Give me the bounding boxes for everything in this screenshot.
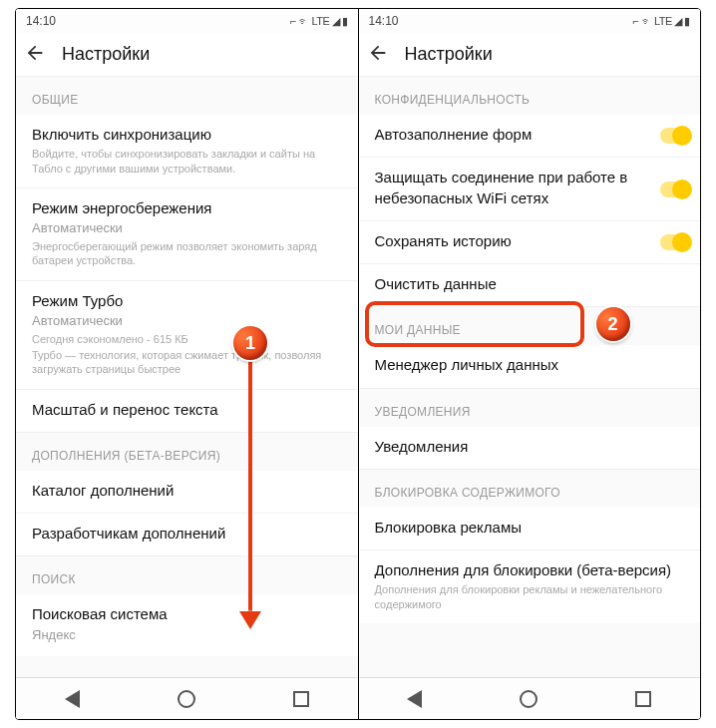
android-navbar bbox=[359, 677, 701, 719]
item-title: Блокировка рекламы bbox=[375, 518, 685, 538]
nav-home-icon[interactable] bbox=[178, 690, 195, 708]
toggle-switch[interactable] bbox=[660, 128, 690, 144]
item-title: Режим Турбо bbox=[32, 291, 342, 311]
section-general: ОБЩИЕ bbox=[16, 77, 358, 115]
annotation-arrow-head-icon bbox=[239, 611, 261, 629]
item-title: Разработчикам дополнений bbox=[32, 524, 342, 544]
section-search: ПОИСК bbox=[16, 555, 358, 594]
item-adblock[interactable]: Блокировка рекламы bbox=[359, 508, 701, 550]
item-sub: Яндекс bbox=[32, 627, 342, 644]
item-desc: Сегодня сэкономлено - 615 КБ bbox=[32, 332, 342, 346]
item-desc: Энергосберегающий режим позволяет эконом… bbox=[32, 239, 342, 268]
item-data-manager[interactable]: Менеджер личных данных bbox=[359, 345, 701, 387]
page-title: Настройки bbox=[62, 44, 150, 65]
nav-back-icon[interactable] bbox=[65, 690, 80, 708]
section-addons: ДОПОЛНЕНИЯ (БЕТА-ВЕРСИЯ) bbox=[16, 432, 358, 471]
settings-list-left[interactable]: ОБЩИЕ Включить синхронизацию Войдите, чт… bbox=[16, 77, 358, 677]
item-turbo[interactable]: Режим Турбо Автоматически Сегодня сэконо… bbox=[16, 281, 358, 390]
nav-home-icon[interactable] bbox=[520, 690, 537, 708]
item-sub: Автоматически bbox=[32, 220, 342, 237]
status-bar: 14:10 ⌐ ᯤ LTE ◢ ▮ bbox=[16, 9, 358, 33]
item-addon-catalog[interactable]: Каталог дополнений bbox=[16, 471, 358, 514]
status-icons: ⌐ ᯤ LTE ◢ ▮ bbox=[290, 15, 348, 28]
item-title: Дополнения для блокировки (бета-версия) bbox=[375, 560, 685, 580]
item-title: Поисковая система bbox=[32, 604, 342, 624]
back-arrow-icon[interactable] bbox=[367, 42, 389, 68]
annotation-highlight bbox=[365, 301, 584, 347]
item-title: Уведомления bbox=[375, 437, 685, 457]
annotation-badge-1: 1 bbox=[233, 326, 267, 360]
toggle-switch[interactable] bbox=[660, 234, 690, 250]
status-time: 14:10 bbox=[369, 14, 399, 28]
item-title: Защищать соединение при работе в небезоп… bbox=[375, 168, 653, 208]
item-desc: Турбо — технология, которая сжимает траф… bbox=[32, 348, 342, 377]
item-desc: Дополнения для блокировки рекламы и неже… bbox=[375, 582, 685, 611]
annotation-arrow-line bbox=[248, 360, 252, 614]
item-sub: Автоматически bbox=[32, 313, 342, 330]
annotation-badge-2: 2 bbox=[596, 307, 630, 341]
status-icons: ⌐ ᯤ LTE ◢ ▮ bbox=[632, 15, 690, 28]
item-search-engine[interactable]: Поисковая система Яндекс bbox=[16, 594, 358, 655]
item-block-addons[interactable]: Дополнения для блокировки (бета-версия) … bbox=[359, 550, 701, 623]
item-title: Режим энергосбережения bbox=[32, 198, 342, 218]
item-protect-wifi[interactable]: Защищать соединение при работе в небезоп… bbox=[359, 158, 701, 221]
item-title: Каталог дополнений bbox=[32, 481, 342, 501]
nav-back-icon[interactable] bbox=[407, 690, 422, 708]
item-autofill[interactable]: Автозаполнение форм bbox=[359, 115, 701, 158]
page-title: Настройки bbox=[405, 44, 493, 65]
section-notifications: УВЕДОМЛЕНИЯ bbox=[359, 388, 701, 427]
item-clear-data[interactable]: Очистить данные bbox=[359, 264, 701, 306]
nav-recent-icon[interactable] bbox=[635, 691, 651, 707]
settings-list-right[interactable]: КОНФИДЕНЦИАЛЬНОСТЬ Автозаполнение форм З… bbox=[359, 77, 701, 677]
item-addon-dev[interactable]: Разработчикам дополнений bbox=[16, 514, 358, 555]
item-zoom-wrap[interactable]: Масштаб и перенос текста bbox=[16, 390, 358, 432]
app-bar: Настройки bbox=[16, 33, 358, 77]
section-privacy: КОНФИДЕНЦИАЛЬНОСТЬ bbox=[359, 77, 701, 115]
item-title: Включить синхронизацию bbox=[32, 125, 342, 145]
item-save-history[interactable]: Сохранять историю bbox=[359, 221, 701, 264]
item-notifications[interactable]: Уведомления bbox=[359, 427, 701, 469]
item-power-saving[interactable]: Режим энергосбережения Автоматически Эне… bbox=[16, 188, 358, 281]
status-bar: 14:10 ⌐ ᯤ LTE ◢ ▮ bbox=[359, 9, 701, 33]
item-desc: Войдите, чтобы синхронизировать закладки… bbox=[32, 147, 342, 176]
item-title: Масштаб и перенос текста bbox=[32, 400, 342, 420]
section-content-blocking: БЛОКИРОВКА СОДЕРЖИМОГО bbox=[359, 469, 701, 508]
phone-right: 14:10 ⌐ ᯤ LTE ◢ ▮ Настройки КОНФИДЕНЦИАЛ… bbox=[358, 9, 701, 719]
status-time: 14:10 bbox=[26, 14, 56, 28]
back-arrow-icon[interactable] bbox=[24, 42, 46, 68]
app-bar: Настройки bbox=[359, 33, 701, 77]
item-sync[interactable]: Включить синхронизацию Войдите, чтобы си… bbox=[16, 115, 358, 188]
phone-left: 14:10 ⌐ ᯤ LTE ◢ ▮ Настройки ОБЩИЕ Включи… bbox=[16, 9, 358, 719]
item-title: Очистить данные bbox=[375, 274, 685, 294]
nav-recent-icon[interactable] bbox=[293, 691, 309, 707]
item-title: Сохранять историю bbox=[375, 231, 653, 251]
toggle-switch[interactable] bbox=[660, 182, 690, 197]
item-title: Автозаполнение форм bbox=[375, 125, 653, 145]
item-title: Менеджер личных данных bbox=[375, 355, 685, 375]
android-navbar bbox=[16, 677, 358, 719]
